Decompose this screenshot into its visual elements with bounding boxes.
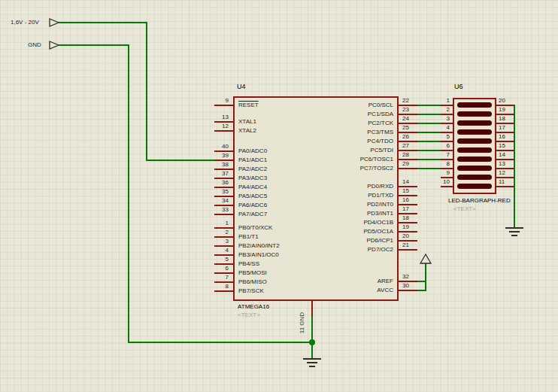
u6-pin-number: 6 bbox=[423, 142, 450, 150]
u4-pin-number: 15 bbox=[402, 187, 409, 195]
u4-pin-name: PC0/SCL bbox=[305, 102, 393, 109]
u4-pin-name: PC3/TMS bbox=[305, 129, 393, 136]
wire-gnd-bottom[interactable] bbox=[128, 342, 313, 343]
u6-pin-number: 14 bbox=[499, 151, 505, 159]
u4-pin-stub[interactable] bbox=[214, 130, 233, 132]
u4-pin-number: 27 bbox=[402, 142, 409, 150]
u4-pin-name: PB6/MISO bbox=[238, 278, 267, 286]
u4-pin-number: 12 bbox=[190, 123, 229, 130]
u4-pin-number: 37 bbox=[190, 170, 229, 178]
u4-pin-name: PB0/T0/XCK bbox=[238, 224, 272, 232]
u4-pin-name: XTAL2 bbox=[238, 127, 256, 135]
u4-pin-name: PC6/TOSC1 bbox=[305, 156, 393, 163]
u4-pin-name: PA6/ADC6 bbox=[238, 202, 267, 209]
u4-gnd-pin-stub[interactable] bbox=[311, 301, 313, 316]
u4-pin-number: 36 bbox=[190, 179, 229, 187]
u4-pin-number: 7 bbox=[190, 274, 229, 281]
led-segment bbox=[457, 138, 492, 144]
u6-pin-number: 12 bbox=[499, 169, 505, 177]
u4-gnd-pin-number: 11 bbox=[299, 327, 305, 333]
u4-pin-name: PD2/INT0 bbox=[305, 201, 393, 208]
u4-pin-number: 18 bbox=[402, 214, 409, 222]
u6-pin-number: 19 bbox=[499, 106, 505, 114]
u4-pin-name: XTAL1 bbox=[238, 118, 256, 126]
u6-pin-stub[interactable] bbox=[441, 186, 453, 187]
u6-pin-number: 18 bbox=[499, 115, 505, 123]
u4-pin-number: 16 bbox=[402, 196, 409, 204]
u6-pin-number: 13 bbox=[499, 160, 505, 168]
u6-pin-number: 10 bbox=[423, 178, 450, 186]
u4-pin-number: 23 bbox=[402, 106, 409, 114]
power-terminal-icon[interactable] bbox=[419, 253, 432, 265]
u4-pin-name: PD5/OC1A bbox=[305, 228, 393, 236]
junction-dot bbox=[309, 339, 315, 345]
led-segment bbox=[457, 129, 492, 135]
led-segment bbox=[457, 120, 492, 126]
u4-pin-number: 40 bbox=[190, 143, 229, 150]
u4-pin-number: 39 bbox=[190, 152, 229, 160]
led-segment bbox=[457, 166, 492, 171]
u4-pin-number: 29 bbox=[402, 160, 409, 168]
wire-chip-gnd[interactable] bbox=[311, 315, 313, 360]
u4-pin-name: PD7/OC2 bbox=[305, 246, 393, 254]
led-segment bbox=[457, 175, 492, 180]
u4-reference: U4 bbox=[237, 83, 246, 90]
u4-pin-stub[interactable] bbox=[399, 168, 417, 169]
u6-pin-number: 20 bbox=[499, 97, 505, 105]
led-segment bbox=[457, 147, 492, 153]
u4-pin-name: AREF bbox=[305, 278, 393, 285]
u4-pin-number: 28 bbox=[402, 151, 409, 159]
u4-pin-name: PB7/SCK bbox=[238, 287, 264, 295]
u4-pin-name: PC1/SDA bbox=[305, 111, 393, 118]
u4-pin-number: 21 bbox=[402, 242, 409, 249]
u6-pin-number: 7 bbox=[423, 151, 450, 159]
u4-pin-name: RESET bbox=[238, 102, 259, 109]
u6-pin-number: 8 bbox=[423, 160, 450, 168]
u4-pin-name: PC4/TDO bbox=[305, 138, 393, 145]
u6-pin-number: 15 bbox=[499, 142, 505, 150]
u4-pin-number: 35 bbox=[190, 188, 229, 196]
u4-pin-name: PD3/INT1 bbox=[305, 210, 393, 217]
u4-pin-name: PD4/OC1B bbox=[305, 219, 393, 226]
u4-pin-number: 9 bbox=[190, 97, 229, 105]
u4-pin-name: PB3/AIN1/OC0 bbox=[238, 251, 279, 259]
led-segment bbox=[457, 111, 492, 117]
u4-pin-number: 30 bbox=[402, 282, 409, 290]
u6-pin-number: 9 bbox=[423, 169, 450, 177]
u4-pin-number: 13 bbox=[190, 114, 229, 121]
u4-pin-name: PC7/TOSC2 bbox=[305, 165, 393, 172]
u6-pin-number: 17 bbox=[499, 124, 505, 132]
u4-pin-name: PA1/ADC1 bbox=[238, 156, 267, 164]
u4-pin-stub[interactable] bbox=[399, 290, 417, 291]
u6-pin-stub[interactable] bbox=[496, 186, 514, 187]
u4-pin-stub[interactable] bbox=[399, 249, 417, 251]
u4-pin-name: PD0/RXD bbox=[305, 183, 393, 190]
u4-pin-stub[interactable] bbox=[214, 105, 233, 106]
schematic-canvas[interactable]: 1,6V - 20V GND U4 11 GND ATMEGA16 <TEXT>… bbox=[0, 0, 558, 392]
u4-pin-name: PA2/ADC2 bbox=[238, 166, 267, 173]
u4-pin-name: PA4/ADC4 bbox=[238, 184, 267, 191]
u4-pin-stub[interactable] bbox=[214, 290, 233, 292]
wire-power-vertical[interactable] bbox=[425, 263, 426, 291]
wire-vin-vertical[interactable] bbox=[146, 22, 147, 161]
u6-pin-number: 11 bbox=[499, 178, 505, 186]
u6-pin-number: 1 bbox=[423, 97, 450, 105]
u4-pin-name: PA3/ADC3 bbox=[238, 175, 267, 182]
u4-pin-number: 25 bbox=[402, 124, 409, 132]
u4-pin-name: PB2/AIN0/INT2 bbox=[238, 242, 280, 250]
wire-gnd-vertical[interactable] bbox=[128, 44, 129, 343]
wire-vin-horizontal[interactable] bbox=[59, 22, 147, 23]
u4-gnd-pin-label: 11 GND bbox=[299, 302, 306, 344]
led-segment bbox=[457, 156, 492, 162]
u4-pin-name: PA5/ADC5 bbox=[238, 193, 267, 200]
u4-pin-number: 2 bbox=[190, 229, 229, 236]
u6-part-name: LED-BARGRAPH-RED bbox=[448, 197, 511, 205]
gnd-terminal-label: GND bbox=[28, 41, 41, 49]
u4-pin-name: PA7/ADC7 bbox=[238, 211, 267, 218]
wire-gnd-horizontal[interactable] bbox=[59, 44, 129, 46]
u4-pin-name: AVCC bbox=[305, 287, 393, 294]
u4-pin-number: 24 bbox=[402, 115, 409, 123]
u4-pin-stub[interactable] bbox=[214, 214, 233, 215]
u6-reference: U6 bbox=[454, 83, 463, 90]
u6-pin-number: 3 bbox=[423, 115, 450, 123]
